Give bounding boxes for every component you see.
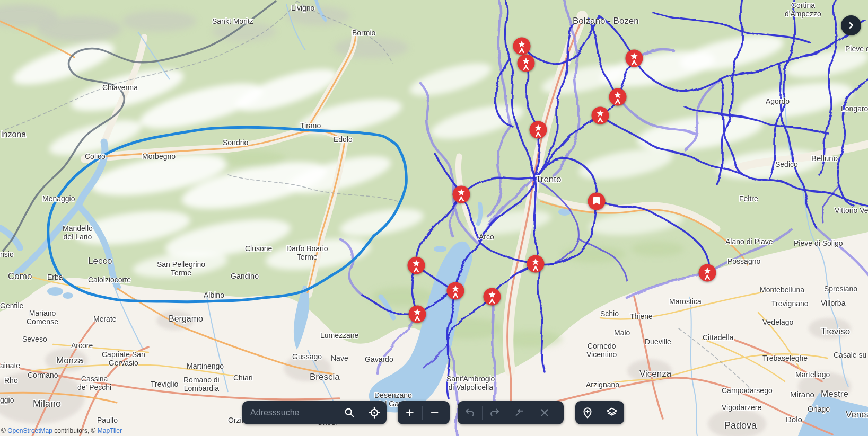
osm-link[interactable]: OpenStreetMap [7,427,52,434]
routing-mode-icon [514,407,525,419]
redo-button[interactable] [483,401,507,424]
map-markers-layer [0,0,868,436]
zoom-in-button[interactable]: + [398,401,422,424]
chevron-right-icon [846,20,856,31]
attribution: © OpenStreetMap contributors, © MapTiler [1,427,122,434]
layers-button[interactable] [600,401,625,424]
highlight-marker[interactable] [483,288,501,306]
highlight-marker[interactable] [446,282,464,300]
highlight-marker[interactable] [513,37,531,55]
attribution-text: © [1,427,7,434]
cancel-edit-button[interactable] [532,401,557,424]
edit-toolbar-group [458,401,564,424]
highlight-marker[interactable] [625,49,643,67]
layers-toolbar-group [575,401,624,424]
locate-button[interactable] [362,401,387,424]
search-button[interactable] [337,401,362,424]
bookmark-marker[interactable] [588,192,606,210]
highlight-marker[interactable] [452,185,470,203]
search-icon [344,407,355,419]
highlight-marker[interactable] [698,264,716,282]
close-icon [539,407,550,419]
layers-icon [606,406,618,419]
highlight-marker[interactable] [407,256,425,274]
add-waypoint-button[interactable] [575,401,600,424]
search-toolbar-group [242,401,387,424]
zoom-toolbar-group: + − [398,401,450,424]
zoom-out-button[interactable]: − [423,401,447,424]
open-panel-button[interactable] [841,15,861,35]
undo-button[interactable] [458,401,482,424]
locate-icon [368,406,381,419]
highlight-marker[interactable] [529,121,547,139]
map-app: LivignoSankt MoritzBormioChiavennainzona… [0,0,868,436]
highlight-marker[interactable] [408,305,426,323]
pin-plus-icon [581,406,594,419]
highlight-marker[interactable] [517,54,535,72]
highlight-marker[interactable] [591,106,609,124]
highlight-marker[interactable] [527,255,545,273]
undo-icon [464,407,476,419]
attribution-text: contributors, © [52,427,98,434]
search-input[interactable] [242,408,337,417]
redo-icon [489,407,501,419]
routing-mode-button[interactable] [507,401,532,424]
maptiler-link[interactable]: MapTiler [98,427,122,434]
highlight-marker[interactable] [609,88,627,106]
